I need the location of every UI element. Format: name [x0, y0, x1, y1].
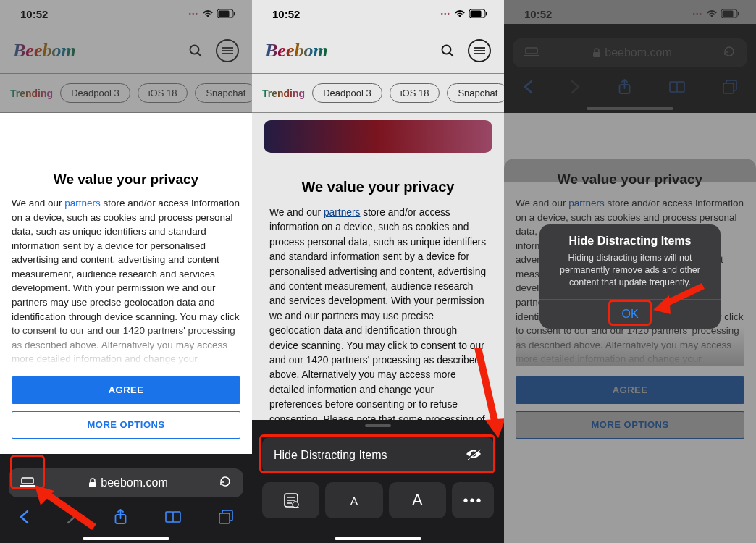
privacy-body: We and our partners store and/or access …	[12, 196, 240, 366]
privacy-title: We value your privacy	[269, 179, 487, 195]
svg-line-17	[450, 53, 453, 56]
partners-link[interactable]: partners	[64, 198, 101, 209]
home-indicator[interactable]	[83, 537, 169, 540]
forward-icon	[67, 510, 77, 527]
svg-line-29	[298, 507, 299, 508]
more-button[interactable]: •••	[452, 482, 494, 518]
trending-label: Trending	[262, 88, 305, 99]
alert-message: Hiding distracting items will not perman…	[539, 252, 721, 299]
site-header: Beebom	[252, 28, 504, 73]
url-bar[interactable]: beebom.com	[9, 468, 243, 497]
tabs-icon[interactable]	[219, 510, 233, 527]
text-larger-button[interactable]: A	[389, 482, 446, 518]
safari-nav-bar	[0, 502, 252, 534]
status-time: 10:52	[272, 8, 300, 20]
battery-icon	[469, 9, 488, 18]
url-domain: beebom.com	[38, 476, 219, 489]
site-logo: Beebom	[265, 40, 328, 62]
alert-title: Hide Distracting Items	[539, 224, 721, 252]
reload-icon[interactable]	[219, 475, 235, 491]
agree-button[interactable]: AGREE	[12, 376, 240, 404]
hide-distracting-label: Hide Distracting Items	[274, 449, 387, 462]
menu-icon[interactable]	[468, 39, 491, 62]
trending-pill[interactable]: Snapchat	[447, 83, 504, 103]
sheet-grabber[interactable]	[365, 424, 391, 427]
partners-link[interactable]: partners	[324, 207, 361, 218]
share-icon[interactable]	[114, 509, 127, 528]
svg-rect-14	[471, 11, 482, 17]
trending-bar: Trending Deadpool 3 iOS 18 Snapchat R	[252, 73, 504, 113]
svg-rect-8	[20, 485, 35, 487]
svg-point-28	[293, 502, 298, 508]
trending-pill[interactable]: iOS 18	[390, 83, 440, 103]
svg-rect-12	[219, 513, 230, 523]
back-icon[interactable]	[19, 510, 29, 527]
privacy-title: We value your privacy	[12, 172, 240, 188]
hide-distracting-items-row[interactable]: Hide Distracting Items	[262, 437, 494, 473]
privacy-body: We and our partners store and/or access …	[269, 206, 487, 430]
reader-view-icon[interactable]	[17, 473, 38, 493]
svg-rect-10	[89, 482, 96, 487]
alert-ok-button[interactable]: OK	[539, 300, 721, 329]
alert-dialog: Hide Distracting Items Hiding distractin…	[539, 224, 721, 329]
home-indicator[interactable]	[335, 537, 421, 540]
text-smaller-button[interactable]: A	[325, 482, 382, 518]
reader-mode-button[interactable]	[262, 482, 319, 518]
hero-image	[264, 120, 492, 153]
status-bar: 10:52 •••	[252, 0, 504, 28]
wifi-icon	[454, 9, 466, 18]
privacy-content: We value your privacy We and our partner…	[252, 153, 504, 430]
svg-rect-15	[486, 12, 487, 16]
signal-dots-icon: •••	[440, 10, 450, 18]
svg-point-16	[442, 45, 451, 54]
search-icon[interactable]	[436, 39, 459, 62]
reader-toolbar-row: A A •••	[262, 482, 494, 518]
bookmarks-icon[interactable]	[165, 510, 181, 526]
svg-rect-9	[22, 478, 33, 484]
eye-slash-icon	[465, 447, 482, 463]
trending-pill[interactable]: Deadpool 3	[312, 83, 382, 103]
more-options-button[interactable]: MORE OPTIONS	[12, 411, 240, 439]
lock-icon	[88, 478, 97, 488]
reader-menu-sheet: Hide Distracting Items A A •••	[252, 420, 504, 543]
